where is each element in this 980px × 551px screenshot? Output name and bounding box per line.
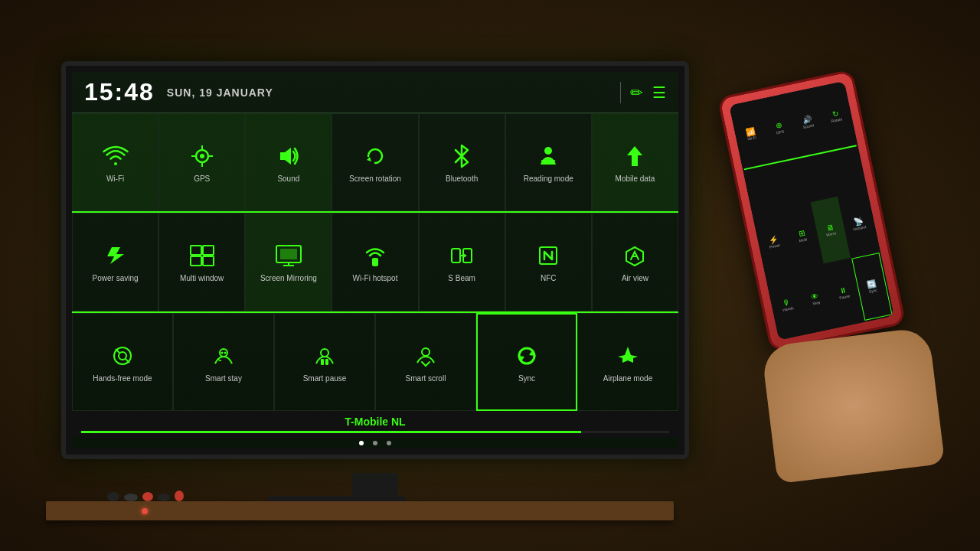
quick-settings-row-3: Hands-free mode Smart stay (72, 313, 678, 411)
svg-point-30 (221, 351, 224, 354)
smartpause-label: Smart pause (303, 374, 347, 383)
power-saving-icon (100, 240, 131, 271)
date: SUN, 19 JANUARY (167, 86, 273, 99)
tv-bezel: 15:48 SUN, 19 JANUARY ✏ ☰ (61, 61, 689, 459)
nav-dot-right (387, 441, 391, 445)
android-quick-settings: 15:48 SUN, 19 JANUARY ✏ ☰ (72, 72, 678, 448)
svg-rect-20 (372, 258, 378, 266)
progress-fill (81, 431, 581, 433)
nav-dot-center (373, 441, 377, 445)
nfc-icon (533, 240, 564, 271)
svg-point-1 (200, 154, 204, 158)
hand (761, 327, 945, 484)
qs-air-view[interactable]: Air view (592, 213, 678, 311)
qs-screen-mirroring[interactable]: Screen Mirroring (245, 213, 332, 311)
shelf-item-red2 (175, 491, 184, 501)
qs-multi-window[interactable]: Multi window (158, 213, 245, 311)
nav-dot-home[interactable] (359, 441, 364, 445)
clock: 15:48 (84, 78, 155, 106)
svg-rect-16 (280, 249, 297, 259)
sound-label: Sound (277, 174, 299, 184)
svg-rect-9 (541, 160, 555, 161)
notification-header: 15:48 SUN, 19 JANUARY ✏ ☰ (72, 72, 678, 113)
gps-label: GPS (194, 174, 210, 184)
qs-nfc[interactable]: NFC (505, 213, 592, 311)
qs-s-beam[interactable]: S Beam (419, 213, 505, 311)
qs-wifi[interactable]: Wi-Fi (72, 113, 158, 211)
smartscroll-icon (410, 341, 441, 371)
quick-settings-row-1: Wi-Fi GPS (72, 113, 678, 211)
airview-icon (619, 240, 650, 271)
progress-bar (81, 431, 669, 433)
list-icon[interactable]: ☰ (652, 83, 666, 102)
qs-screen-rotation[interactable]: Screen rotation (332, 113, 418, 211)
svg-marker-6 (280, 148, 291, 165)
power-saving-label: Power saving (93, 274, 139, 283)
svg-marker-24 (463, 253, 467, 258)
shelf-item (107, 492, 119, 501)
svg-rect-34 (325, 359, 328, 365)
carrier-status: T-Mobile NL (72, 411, 678, 438)
mirroring-icon (273, 240, 304, 271)
hotspot-label: Wi-Fi hotspot (353, 274, 398, 283)
svg-rect-12 (203, 246, 214, 255)
multi-window-label: Multi window (180, 274, 224, 283)
qs-sync[interactable]: Sync (476, 313, 577, 411)
qs-sound[interactable]: Sound (245, 113, 332, 211)
beam-icon (446, 240, 477, 271)
shelf-item (158, 494, 170, 501)
bluetooth-icon (446, 141, 477, 171)
qs-power-saving[interactable]: Power saving (72, 213, 158, 311)
qs-airplane[interactable]: Airplane mode (577, 313, 678, 411)
qs-smart-stay[interactable]: Smart stay (173, 313, 274, 411)
svg-rect-11 (191, 246, 201, 255)
header-icons: ✏ ☰ (620, 82, 666, 103)
qs-smart-scroll[interactable]: Smart scroll (375, 313, 476, 411)
smartpause-icon (309, 341, 340, 371)
qs-reading-mode[interactable]: Reading mode (505, 113, 592, 211)
qs-mobile-data[interactable]: Mobile data (592, 113, 678, 211)
sync-label: Sync (518, 374, 535, 383)
airplane-label: Airplane mode (603, 374, 652, 383)
qs-gps[interactable]: GPS (158, 113, 245, 211)
rotation-label: Screen rotation (349, 174, 401, 184)
quick-settings-row-2: Power saving Multi window (72, 213, 678, 311)
smartscroll-label: Smart scroll (406, 374, 446, 383)
svg-rect-33 (321, 359, 324, 365)
beam-label: S Beam (448, 274, 475, 283)
shelf (46, 501, 674, 520)
shelf-item-red (142, 492, 153, 501)
svg-point-28 (119, 352, 126, 360)
mirroring-label: Screen Mirroring (260, 274, 317, 283)
wifi-label: Wi-Fi (106, 174, 124, 184)
qs-bluetooth[interactable]: Bluetooth (419, 113, 505, 211)
led-indicator (142, 508, 148, 514)
mobile-data-icon (619, 141, 650, 171)
rotation-icon (360, 141, 390, 171)
smartstay-icon (208, 341, 239, 371)
qs-hands-free[interactable]: Hands-free mode (72, 313, 173, 411)
shelf-item (124, 494, 138, 501)
svg-point-31 (224, 351, 227, 354)
svg-rect-13 (191, 256, 201, 266)
phone-display: 📶Wi-Fi ⊕GPS 🔊Sound ↻Rotate ⚡Power ⊞Multi… (729, 81, 894, 341)
edit-icon[interactable]: ✏ (630, 83, 643, 102)
svg-marker-7 (367, 157, 371, 161)
gps-icon (187, 141, 217, 171)
smartstay-label: Smart stay (205, 374, 242, 383)
handsfree-label: Hands-free mode (93, 374, 152, 383)
airplane-icon (612, 341, 643, 371)
qs-smart-pause[interactable]: Smart pause (274, 313, 375, 411)
svg-marker-10 (627, 146, 642, 166)
carrier-name: T-Mobile NL (345, 416, 405, 428)
multi-window-icon (187, 240, 217, 271)
sync-icon (511, 341, 542, 371)
mobile-data-label: Mobile data (616, 174, 655, 184)
nav-dots (72, 438, 678, 448)
shelf-decoration (107, 491, 184, 501)
phone-qs-grid: 📶Wi-Fi ⊕GPS 🔊Sound ↻Rotate ⚡Power ⊞Multi… (729, 81, 894, 341)
tv-stand-neck (352, 473, 398, 496)
wifi-icon (100, 141, 131, 171)
divider (620, 82, 621, 103)
qs-wifi-hotspot[interactable]: Wi-Fi hotspot (332, 213, 418, 311)
